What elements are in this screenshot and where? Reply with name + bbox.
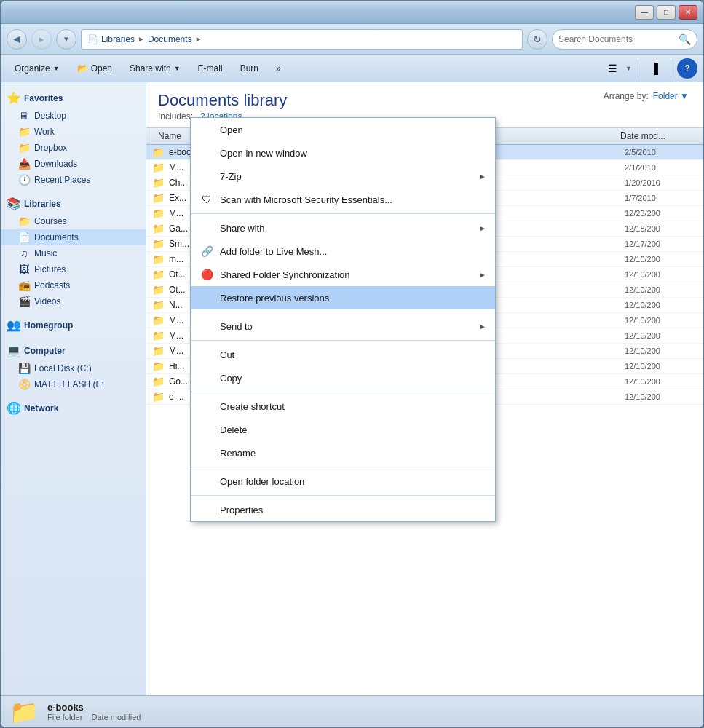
sidebar-item-local-disk-label: Local Disk (C:) xyxy=(34,363,92,373)
folder-icon-12: 📁 xyxy=(152,314,165,326)
email-button[interactable]: E-mail xyxy=(190,58,231,79)
file-date-8: 12/10/200 xyxy=(625,255,697,264)
organize-button[interactable]: Organize ▼ xyxy=(7,58,68,79)
sidebar-item-downloads[interactable]: 📥 Downloads xyxy=(1,156,146,172)
sidebar-item-desktop[interactable]: 🖥 Desktop xyxy=(1,108,146,124)
favorites-label: Favorites xyxy=(24,93,63,103)
ctx-live-mesh[interactable]: 🔗 Add folder to Live Mesh... xyxy=(191,240,495,263)
ctx-delete[interactable]: Delete xyxy=(191,418,495,441)
minimize-button[interactable]: — xyxy=(635,5,654,20)
ctx-live-mesh-icon: 🔗 xyxy=(199,244,214,258)
ctx-open-folder-location-label: Open folder location xyxy=(220,476,486,487)
network-header[interactable]: 🌐 Network xyxy=(1,398,146,418)
ctx-share-with[interactable]: Share with ► xyxy=(191,216,495,240)
context-menu: Open Open in new window 7-Zip ► 🛡 Scan w… xyxy=(190,117,496,522)
sidebar-item-dropbox[interactable]: 📁 Dropbox xyxy=(1,140,146,156)
ctx-create-shortcut[interactable]: Create shortcut xyxy=(191,395,495,418)
forward-button[interactable]: ► xyxy=(31,29,52,50)
maximize-button[interactable]: □ xyxy=(657,5,676,20)
arrange-bar: Arrange by: Folder ▼ xyxy=(604,91,689,101)
dropdown-button[interactable]: ▼ xyxy=(56,29,76,50)
ctx-sep-5 xyxy=(191,467,495,467)
favorites-header[interactable]: ⭐ Favorites xyxy=(1,88,146,108)
folder-icon-5: 📁 xyxy=(152,207,165,219)
sidebar-item-courses[interactable]: 📁 Courses xyxy=(1,213,146,229)
file-date-12: 12/10/200 xyxy=(625,316,697,325)
ctx-open-new-window-icon xyxy=(199,146,214,160)
status-file-name: e-books xyxy=(47,702,695,713)
more-button[interactable]: » xyxy=(268,58,289,79)
sidebar-item-documents[interactable]: 📄 Documents xyxy=(1,229,146,245)
ctx-open[interactable]: Open xyxy=(191,118,495,141)
arrange-by-value[interactable]: Folder ▼ xyxy=(653,91,689,101)
ctx-copy[interactable]: Copy xyxy=(191,366,495,389)
computer-icon: 💻 xyxy=(7,344,21,357)
help-button[interactable]: ? xyxy=(677,58,697,79)
organize-label: Organize xyxy=(15,63,50,74)
file-date-11: 12/10/200 xyxy=(625,301,697,309)
ctx-open-new-window-label: Open in new window xyxy=(220,148,486,159)
burn-button[interactable]: Burn xyxy=(232,58,266,79)
ctx-open-folder-location-icon xyxy=(199,474,214,488)
status-file-type: File folder xyxy=(47,713,82,721)
ctx-rename-label: Rename xyxy=(220,448,486,459)
ctx-send-to[interactable]: Send to ► xyxy=(191,314,495,338)
network-section: 🌐 Network xyxy=(1,398,146,418)
open-button[interactable]: 📂 Open xyxy=(69,58,120,79)
sidebar-item-work[interactable]: 📁 Work xyxy=(1,124,146,140)
sidebar-item-podcasts[interactable]: 📻 Podcasts xyxy=(1,277,146,293)
sidebar-item-documents-label: Documents xyxy=(34,232,79,242)
ctx-restore-versions-icon xyxy=(199,290,214,305)
favorites-section: ⭐ Favorites 🖥 Desktop 📁 Work 📁 Dropbox 📥 xyxy=(1,88,146,188)
ctx-properties-label: Properties xyxy=(220,505,486,515)
search-icon[interactable]: 🔍 xyxy=(679,33,691,45)
sidebar-item-local-disk[interactable]: 💾 Local Disk (C:) xyxy=(1,360,146,376)
computer-header[interactable]: 💻 Computer xyxy=(1,341,146,360)
ctx-sep-2 xyxy=(191,312,495,312)
ctx-open-folder-location[interactable]: Open folder location xyxy=(191,470,495,493)
refresh-button[interactable]: ↻ xyxy=(527,29,547,50)
ctx-send-to-icon xyxy=(199,319,214,333)
share-with-button[interactable]: Share with ▼ xyxy=(122,58,189,79)
view-options-button[interactable]: ☰ xyxy=(602,58,622,79)
search-input[interactable] xyxy=(558,34,676,44)
ctx-scan[interactable]: 🛡 Scan with Microsoft Security Essential… xyxy=(191,188,495,211)
organize-arrow: ▼ xyxy=(53,65,60,72)
ctx-rename[interactable]: Rename xyxy=(191,441,495,464)
homegroup-label: Homegroup xyxy=(24,320,73,331)
title-bar-buttons: — □ ✕ xyxy=(635,5,697,20)
file-date-ebooks: 2/5/2010 xyxy=(625,148,697,157)
ctx-7zip[interactable]: 7-Zip ► xyxy=(191,165,495,188)
sidebar-item-flash[interactable]: 📀 MATT_FLASH (E: xyxy=(1,376,146,392)
sidebar-item-podcasts-label: Podcasts xyxy=(34,280,70,290)
pictures-icon: 🖼 xyxy=(18,264,30,275)
breadcrumb-documents[interactable]: Documents xyxy=(148,34,192,44)
ctx-shared-folder-sync-icon: 🔴 xyxy=(199,267,214,282)
desktop-icon: 🖥 xyxy=(18,110,30,122)
column-header-date[interactable]: Date mod... xyxy=(614,128,687,144)
sidebar-item-music[interactable]: ♫ Music xyxy=(1,245,146,261)
ctx-properties[interactable]: Properties xyxy=(191,498,495,521)
ctx-scan-label: Scan with Microsoft Security Essentials.… xyxy=(220,194,486,205)
sidebar-item-recent-places[interactable]: 🕐 Recent Places xyxy=(1,172,146,188)
ctx-create-shortcut-icon xyxy=(199,399,214,414)
libraries-header[interactable]: 📚 Libraries xyxy=(1,194,146,213)
ctx-shared-folder-sync[interactable]: 🔴 Shared Folder Synchronization ► xyxy=(191,263,495,286)
folder-icon-3: 📁 xyxy=(152,177,165,189)
status-text: e-books File folder Date modified xyxy=(47,702,695,721)
sidebar-item-videos[interactable]: 🎬 Videos xyxy=(1,293,146,309)
homegroup-header[interactable]: 👥 Homegroup xyxy=(1,315,146,335)
videos-icon: 🎬 xyxy=(18,296,30,307)
ctx-open-new-window[interactable]: Open in new window xyxy=(191,141,495,165)
burn-label: Burn xyxy=(240,63,258,74)
sidebar-item-pictures[interactable]: 🖼 Pictures xyxy=(1,261,146,277)
breadcrumb-libraries[interactable]: Libraries xyxy=(101,34,135,44)
ctx-cut-label: Cut xyxy=(220,349,486,360)
file-date-4: 1/7/2010 xyxy=(625,194,697,202)
preview-pane-button[interactable]: ▐ xyxy=(644,58,665,79)
close-button[interactable]: ✕ xyxy=(679,5,697,20)
share-arrow: ▼ xyxy=(174,65,181,72)
back-button[interactable]: ◄ xyxy=(7,29,27,50)
ctx-cut[interactable]: Cut xyxy=(191,343,495,366)
ctx-restore-versions[interactable]: Restore previous versions xyxy=(191,286,495,309)
